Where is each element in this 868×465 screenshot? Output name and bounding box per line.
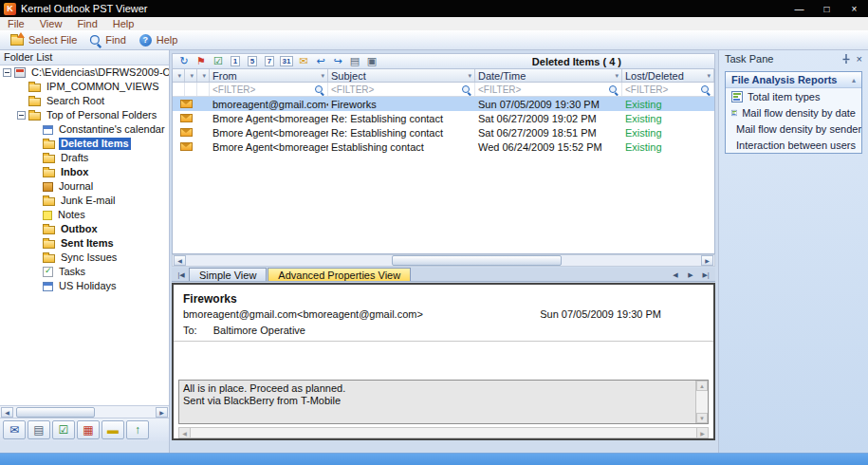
maximize-button[interactable]: □ [813,0,840,17]
prev-tab-button[interactable]: ◀ [668,269,683,281]
scroll-right-button[interactable] [696,428,708,437]
folder-sync-issues[interactable]: Sync Issues [0,251,169,265]
filter-type[interactable] [197,83,210,96]
last-tab-button[interactable]: ▶| [698,269,713,281]
pin-icon[interactable] [841,53,851,65]
folder-us-holidays[interactable]: US Holidays [0,279,169,293]
filter-importance[interactable] [173,83,185,96]
report-interaction-between-users[interactable]: Interaction between users [726,137,861,153]
message-row[interactable]: bmoreagent@gmail.com<bm... Fireworks Sun… [173,97,714,111]
scrollbar-thumb[interactable] [16,407,95,418]
body-horizontal-scrollbar[interactable] [178,427,709,438]
flag-icon[interactable]: ⚑ [193,55,210,68]
body-vertical-scrollbar[interactable] [695,381,708,423]
select-file-button[interactable]: Select File [4,33,83,46]
folder-deleted-items[interactable]: Deleted Items [0,137,169,151]
filter-from[interactable]: <FILTER> [210,83,328,96]
folder-c-evidencias-dfrws2009-outloo[interactable]: C:\Evidencias\DFRWS2009-Outloo [0,65,169,80]
month-view-icon[interactable]: 31 [278,55,295,68]
column-label: Lost/Deleted [625,70,684,82]
five-day-view-icon[interactable]: 5 [244,55,261,68]
folder-tasks[interactable]: Tasks [0,265,169,279]
filter-subject[interactable]: <FILTER> [328,83,475,96]
scroll-left-button[interactable] [1,407,13,418]
mark-complete-icon[interactable]: ☑ [210,55,227,68]
first-tab-button[interactable]: |◀ [174,269,189,281]
report-mail-flow-density-by-date[interactable]: Mail flow density by date [726,104,861,121]
column-header-datetime[interactable]: Date/Time [475,69,622,82]
one-day-view-icon[interactable]: 1 [227,55,244,68]
minimize-button[interactable]: — [785,0,813,17]
folder-notes[interactable]: Notes [0,208,169,222]
glyph: ▦ [83,423,93,437]
tree-item-label: Notes [56,209,87,221]
column-header-subject[interactable]: Subject [328,69,475,82]
message-row[interactable]: Bmore Agent<bmoreagent@... Establishing … [173,140,714,154]
column-header-type[interactable] [197,69,210,82]
scrollbar-thumb[interactable] [392,255,562,266]
close-task-pane-button[interactable] [857,54,862,65]
menu-find[interactable]: Find [69,17,104,30]
menu-file[interactable]: File [0,17,32,30]
filter-datetime[interactable]: <FILTER> [475,83,622,96]
print-icon[interactable]: ▤ [346,55,363,68]
calendar-view-shortcut[interactable]: ▦ [77,420,100,439]
scrollbar-track[interactable] [186,255,701,266]
message-panel: ↻⚑☑15731✉↩↪▤▣ Deleted Items ( 4 ) From S… [172,53,715,440]
message-list-horizontal-scrollbar[interactable] [172,254,715,267]
column-header-lost-deleted[interactable]: Lost/Deleted [622,69,714,82]
message-row[interactable]: Bmore Agent<bmoreagent@... Re: Establish… [173,111,714,125]
contacts-view-shortcut[interactable]: ▤ [28,420,50,439]
tab-advanced-properties-view[interactable]: Advanced Properties View [268,268,411,281]
folder-junk-e-mail[interactable]: Junk E-mail [0,194,169,208]
tree-expander[interactable] [3,68,11,77]
column-header-attachment[interactable] [185,69,197,82]
filter-lost-deleted[interactable]: <FILTER> [622,83,714,96]
message-row[interactable]: Bmore Agent<bmoreagent@... Re: Establish… [173,125,714,140]
help-button[interactable]: Help [133,33,185,47]
menu-view[interactable]: View [32,17,70,30]
scroll-down-button[interactable] [696,413,708,423]
tasks-view-shortcut[interactable]: ☑ [52,420,75,439]
scroll-right-button[interactable] [156,407,168,418]
copy-icon[interactable]: ▣ [363,55,380,68]
scrollbar-track[interactable] [13,407,156,418]
scroll-left-button[interactable] [179,428,191,437]
folder-journal[interactable]: Journal [0,179,169,194]
folder-top-of-personal-folders[interactable]: Top of Personal Folders [0,108,169,122]
mail-view-shortcut[interactable]: ✉ [3,420,26,439]
scroll-up-button[interactable] [696,381,708,391]
folder-search-root[interactable]: Search Root [0,94,169,108]
parent-folder-shortcut[interactable]: ↑ [126,420,149,439]
folder-tree-horizontal-scrollbar[interactable] [0,405,169,418]
report-mail-flow-density-by-senders[interactable]: Mail flow density by senders [726,121,861,137]
close-button[interactable]: × [840,0,868,17]
report-total-item-types[interactable]: Total item types [726,88,861,104]
notes-view-shortcut[interactable]: ▬ [102,420,124,439]
column-header-from[interactable]: From [210,69,328,82]
forward-icon[interactable]: ↪ [329,55,346,68]
find-button[interactable]: Find [83,33,132,46]
message-body-text: All is in place. Proceed as planned. Sen… [183,382,693,407]
glyph: 5 [248,56,257,66]
folder-sent-items[interactable]: Sent Items [0,236,169,251]
scroll-left-button[interactable] [174,255,186,266]
folder-outbox[interactable]: Outbox [0,222,169,236]
mail-icon[interactable]: ✉ [295,55,312,68]
column-header-importance[interactable] [173,69,185,82]
filter-attachment[interactable] [185,83,197,96]
week-view-icon[interactable]: 7 [261,55,278,68]
tab-simple-view[interactable]: Simple View [189,268,267,281]
file-analysis-reports-header[interactable]: File Analysis Reports [726,72,861,88]
folder-constantine-s-calendar[interactable]: Constantine's calendar [0,122,169,137]
folder-list-header: Folder List [0,50,169,65]
scroll-right-button[interactable] [701,255,713,266]
folder-ipm-common-views[interactable]: IPM_COMMON_VIEWS [0,80,169,94]
folder-inbox[interactable]: Inbox [0,165,169,179]
reply-icon[interactable]: ↩ [312,55,329,68]
refresh-icon[interactable]: ↻ [175,55,193,68]
menu-help[interactable]: Help [105,17,142,30]
tree-expander[interactable] [17,111,26,120]
next-tab-button[interactable]: ▶ [683,269,698,281]
folder-drafts[interactable]: Drafts [0,151,169,165]
